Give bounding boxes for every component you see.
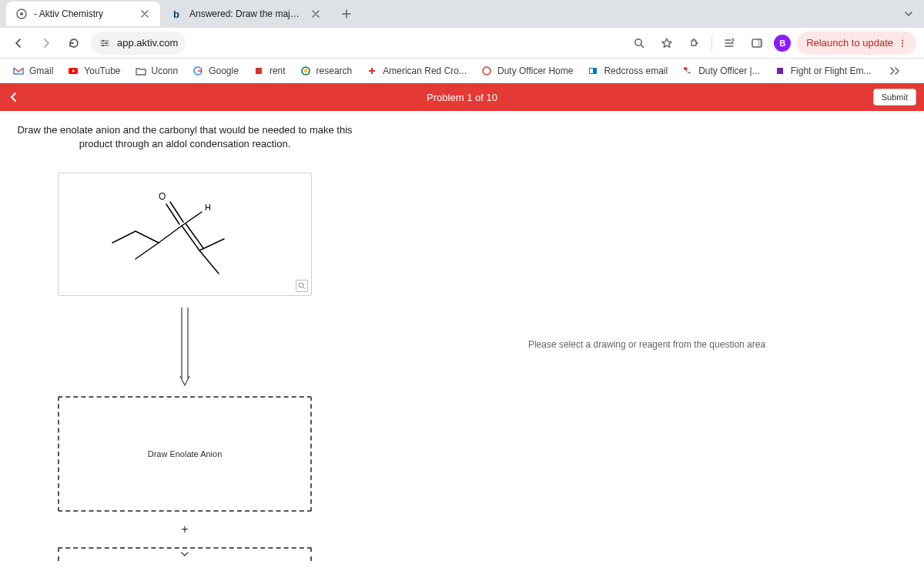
reading-list-icon[interactable]	[718, 32, 740, 54]
close-icon[interactable]	[139, 8, 151, 20]
side-panel-icon[interactable]	[746, 32, 768, 54]
close-icon[interactable]	[310, 8, 322, 20]
tab-title: - Aktiv Chemistry	[34, 8, 132, 19]
extensions-icon[interactable]	[684, 32, 705, 54]
bookmark-label: American Red Cro...	[383, 66, 467, 76]
svg-point-24	[299, 283, 303, 287]
bookmark-fight-flight[interactable]: Fight or Flight Em...	[769, 62, 876, 80]
aktiv-favicon	[15, 8, 28, 20]
bookmark-label: Duty Officer |...	[698, 66, 760, 76]
question-pane: Draw the enolate anion and the carbonyl …	[0, 111, 370, 578]
plus-separator: +	[181, 523, 188, 536]
bookmark-rent[interactable]: rent	[248, 62, 290, 80]
reload-button[interactable]	[63, 32, 85, 54]
bookmark-label: YouTube	[84, 66, 120, 76]
bookmark-gmail[interactable]: Gmail	[8, 62, 58, 80]
rent-icon	[253, 65, 265, 77]
app-header: Problem 1 of 10 Submit	[0, 83, 924, 111]
bookmark-label: research	[316, 66, 353, 76]
bookmarks-bar: Gmail YouTube Uconn Google rent research…	[0, 59, 924, 83]
svg-point-3	[102, 39, 105, 42]
phone-icon	[681, 65, 694, 77]
problem-counter: Problem 1 of 10	[427, 92, 497, 103]
bartleby-favicon: b	[171, 8, 183, 20]
bookmark-duty-officer[interactable]: Duty Officer |...	[677, 62, 765, 80]
tab-title: Answered: Draw the major pr	[189, 8, 303, 19]
draw-carbonyl-box-peek[interactable]	[58, 547, 312, 561]
svg-rect-18	[369, 70, 375, 72]
bookmark-label: Duty Officer Home	[497, 66, 573, 76]
bookmark-label: Fight or Flight Em...	[791, 66, 872, 76]
enolate-label: Draw Enolate Anion	[148, 449, 223, 459]
redcross-icon	[366, 65, 378, 77]
svg-point-22	[684, 67, 687, 70]
research-icon	[300, 65, 312, 77]
relaunch-button[interactable]: Relaunch to update	[797, 32, 916, 55]
youtube-icon	[67, 65, 79, 77]
svg-rect-14	[256, 68, 262, 74]
bookmark-uconn[interactable]: Uconn	[130, 62, 183, 80]
bookmark-label: Redcross email	[604, 66, 668, 76]
bookmark-star-icon[interactable]	[656, 32, 678, 54]
search-icon[interactable]	[628, 32, 650, 54]
content-area: Draw the enolate anion and the carbonyl …	[0, 111, 924, 578]
tab-bartleby[interactable]: b Answered: Draw the major pr	[162, 2, 331, 26]
submit-label: Submit	[882, 92, 908, 102]
zoom-icon[interactable]	[296, 280, 308, 292]
svg-point-10	[902, 42, 903, 44]
svg-rect-23	[777, 68, 783, 74]
bookmark-redcross[interactable]: American Red Cro...	[361, 62, 471, 80]
submit-button[interactable]: Submit	[873, 89, 916, 106]
svg-text:b: b	[173, 8, 179, 19]
chevron-down-icon[interactable]	[899, 5, 918, 23]
profile-avatar[interactable]: B	[774, 35, 791, 52]
more-icon	[898, 39, 907, 48]
svg-point-4	[105, 42, 108, 44]
folder-icon	[135, 65, 147, 77]
reaction-arrow-icon	[177, 304, 192, 388]
bookmark-duty-home[interactable]: Duty Officer Home	[476, 62, 578, 80]
workspace-pane: Please select a drawing or reagent from …	[370, 111, 924, 578]
svg-rect-21	[590, 69, 593, 73]
chevron-down-icon	[179, 550, 190, 563]
tab-strip: - Aktiv Chemistry b Answered: Draw the m…	[0, 0, 924, 28]
outlook-icon	[587, 65, 599, 77]
tab-aktiv[interactable]: - Aktiv Chemistry	[6, 2, 160, 26]
google-icon	[192, 65, 204, 77]
back-button[interactable]	[8, 32, 29, 54]
duty-icon	[480, 65, 493, 77]
svg-point-5	[102, 44, 105, 46]
address-bar[interactable]: app.aktiv.com	[91, 32, 186, 55]
bookmark-youtube[interactable]: YouTube	[62, 62, 125, 80]
browser-chrome: - Aktiv Chemistry b Answered: Draw the m…	[0, 0, 924, 83]
toolbar: app.aktiv.com B Relaunch to update	[0, 28, 924, 59]
workspace-placeholder: Please select a drawing or reagent from …	[528, 339, 765, 350]
svg-point-1	[20, 12, 23, 15]
svg-point-16	[304, 69, 307, 72]
bookmarks-overflow[interactable]	[885, 62, 906, 80]
draw-enolate-box[interactable]: Draw Enolate Anion	[58, 396, 312, 512]
app-back-button[interactable]	[0, 83, 28, 111]
svg-point-9	[902, 39, 903, 41]
bookmark-label: Gmail	[29, 66, 53, 76]
forward-button[interactable]	[35, 32, 57, 54]
svg-point-19	[483, 67, 490, 75]
bookmark-google[interactable]: Google	[187, 62, 243, 80]
bookmark-label: rent	[270, 66, 286, 76]
molecule-drawing: O H	[59, 173, 313, 297]
bookmark-label: Uconn	[152, 66, 179, 76]
gmail-icon	[12, 65, 25, 77]
question-prompt: Draw the enolate anion and the carbonyl …	[15, 123, 354, 151]
bookmark-label: Google	[209, 66, 239, 76]
product-structure-box[interactable]: O H	[58, 173, 312, 296]
svg-rect-8	[758, 39, 762, 47]
profile-initial: B	[779, 39, 785, 48]
new-tab-button[interactable]	[336, 3, 357, 25]
site-settings-icon[interactable]	[99, 37, 111, 49]
bookmark-redcross-email[interactable]: Redcross email	[582, 62, 672, 80]
atom-h-label: H	[205, 203, 211, 212]
relaunch-label: Relaunch to update	[806, 37, 893, 49]
bookmark-research[interactable]: research	[295, 62, 357, 80]
atom-o-label: O	[159, 191, 166, 202]
url-text: app.aktiv.com	[117, 37, 178, 49]
